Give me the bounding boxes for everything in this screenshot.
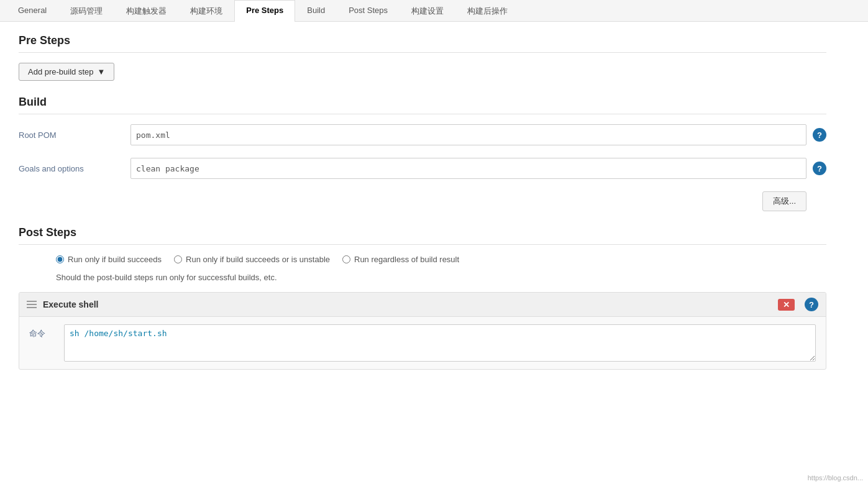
build-title: Build: [19, 96, 826, 114]
tab-pre-steps[interactable]: Pre Steps: [234, 0, 295, 22]
add-pre-build-step-button[interactable]: Add pre-build step ▼: [19, 63, 114, 81]
tab-source[interactable]: 源码管理: [58, 0, 114, 22]
advanced-button[interactable]: 高级...: [762, 191, 806, 211]
tab-general[interactable]: General: [6, 0, 58, 22]
dropdown-arrow-icon: ▼: [98, 67, 106, 76]
radio-success[interactable]: Run only if build succeeds: [56, 255, 162, 264]
post-steps-title: Post Steps: [19, 226, 826, 245]
tab-settings[interactable]: 构建设置: [400, 0, 455, 22]
root-pom-input[interactable]: [130, 124, 806, 145]
build-section: Build Root POM ? Goals and options ? 高级.…: [19, 96, 826, 211]
execute-shell-header: Execute shell ✕ ?: [19, 293, 826, 317]
post-steps-info: Should the post-build steps run only for…: [56, 273, 826, 282]
add-pre-build-step-label: Add pre-build step: [28, 67, 94, 76]
pre-steps-section: Pre Steps Add pre-build step ▼: [19, 34, 826, 81]
execute-shell-title-text: Execute shell: [43, 299, 99, 309]
advanced-row: 高级...: [19, 191, 826, 211]
execute-shell-block: Execute shell ✕ ? 命令: [19, 292, 826, 370]
radio-unstable[interactable]: Run only if build succeeds or is unstabl…: [174, 255, 330, 264]
radio-always[interactable]: Run regardless of build result: [342, 255, 459, 264]
goals-help-icon[interactable]: ?: [813, 162, 826, 175]
pre-steps-title: Pre Steps: [19, 34, 826, 53]
radio-success-label: Run only if build succeeds: [68, 255, 162, 264]
header-right-icons: ✕ ?: [778, 298, 818, 311]
tab-post-ops[interactable]: 构建后操作: [455, 0, 519, 22]
execute-shell-body: 命令: [19, 317, 826, 369]
post-steps-radio-group: Run only if build succeeds Run only if b…: [56, 255, 826, 264]
root-pom-help-icon[interactable]: ?: [813, 128, 826, 142]
post-steps-section: Post Steps Run only if build succeeds Ru…: [19, 226, 826, 370]
root-pom-row: Root POM ?: [19, 124, 826, 145]
radio-success-input[interactable]: [56, 255, 64, 263]
execute-shell-title-group: Execute shell: [27, 299, 99, 309]
root-pom-label: Root POM: [19, 130, 130, 140]
drag-handle[interactable]: [27, 301, 37, 308]
radio-unstable-input[interactable]: [174, 255, 182, 263]
goals-options-label: Goals and options: [19, 164, 130, 173]
tab-env[interactable]: 构建环境: [178, 0, 234, 22]
cmd-label: 命令: [29, 324, 54, 339]
execute-shell-help-icon[interactable]: ?: [805, 298, 818, 311]
cmd-textarea[interactable]: [64, 324, 816, 362]
goals-options-input[interactable]: [130, 158, 806, 179]
tab-navigation: General源码管理构建触发器构建环境Pre StepsBuildPost S…: [0, 0, 868, 22]
goals-options-row: Goals and options ?: [19, 158, 826, 179]
tab-triggers[interactable]: 构建触发器: [114, 0, 178, 22]
radio-unstable-label: Run only if build succeeds or is unstabl…: [186, 255, 330, 264]
tab-build[interactable]: Build: [295, 0, 337, 22]
tab-post-steps[interactable]: Post Steps: [337, 0, 400, 22]
radio-always-input[interactable]: [342, 255, 350, 263]
main-content: Pre Steps Add pre-build step ▼ Build Roo…: [0, 22, 845, 397]
execute-shell-close-button[interactable]: ✕: [778, 299, 795, 311]
radio-always-label: Run regardless of build result: [354, 255, 459, 264]
